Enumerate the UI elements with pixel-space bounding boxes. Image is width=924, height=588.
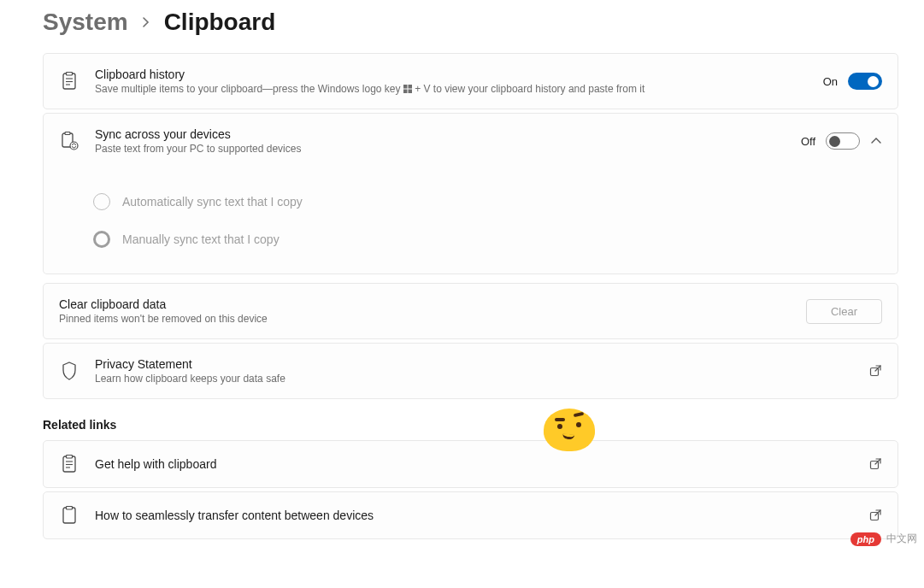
setting-description: Learn how clipboard keeps your data safe: [95, 373, 853, 385]
setting-row-sync-devices[interactable]: Sync across your devices Paste text from…: [43, 113, 898, 169]
sync-options-panel: Automatically sync text that I copy Manu…: [43, 168, 898, 274]
svg-rect-19: [63, 508, 75, 523]
setting-title: Clipboard history: [95, 68, 808, 81]
setting-description: Save multiple items to your clipboard—pr…: [95, 83, 808, 95]
link-label: How to seamlessly transfer content betwe…: [95, 509, 853, 522]
svg-rect-1: [67, 73, 73, 76]
radio-label: Manually sync text that I copy: [122, 232, 280, 246]
shield-icon: [59, 362, 79, 380]
setting-row-privacy-statement[interactable]: Privacy Statement Learn how clipboard ke…: [43, 343, 898, 399]
setting-description: Pinned items won't be removed on this de…: [59, 313, 791, 325]
chevron-up-icon: [870, 135, 882, 147]
radio-label: Automatically sync text that I copy: [122, 195, 303, 209]
watermark: php 中文网: [850, 532, 917, 546]
setting-title: Clear clipboard data: [59, 297, 791, 311]
external-link-icon: [868, 457, 882, 471]
radio-icon: [93, 193, 110, 210]
radio-auto-sync[interactable]: Automatically sync text that I copy: [93, 183, 882, 220]
related-link-transfer[interactable]: How to seamlessly transfer content betwe…: [43, 491, 898, 539]
clipboard-sync-icon: [59, 132, 79, 150]
external-link-icon: [868, 364, 882, 378]
link-label: Get help with clipboard: [95, 457, 853, 471]
related-links-heading: Related links: [0, 399, 924, 440]
svg-point-11: [70, 142, 78, 150]
clear-button[interactable]: Clear: [806, 299, 882, 324]
watermark-text: 中文网: [886, 532, 917, 546]
toggle-state-label: Off: [801, 135, 815, 148]
breadcrumb: System Clipboard: [0, 0, 924, 53]
watermark-badge: php: [850, 532, 881, 546]
chevron-right-icon: [142, 16, 150, 28]
external-link-icon: [868, 509, 882, 522]
setting-row-clipboard-history: Clipboard history Save multiple items to…: [43, 53, 898, 109]
related-link-help[interactable]: Get help with clipboard: [43, 440, 898, 488]
windows-logo-icon: [403, 85, 412, 93]
setting-title: Sync across your devices: [95, 127, 786, 141]
svg-rect-5: [403, 85, 408, 89]
svg-rect-10: [65, 132, 70, 135]
setting-description: Paste text from your PC to supported dev…: [95, 143, 786, 155]
svg-rect-14: [67, 456, 73, 459]
toggle-state-label: On: [823, 75, 838, 88]
radio-icon: [93, 231, 110, 248]
setting-row-clear-data: Clear clipboard data Pinned items won't …: [43, 283, 898, 339]
clipboard-list-icon: [59, 455, 79, 473]
breadcrumb-current: Clipboard: [164, 9, 276, 36]
breadcrumb-parent[interactable]: System: [43, 9, 128, 36]
svg-rect-7: [403, 90, 408, 94]
radio-manual-sync[interactable]: Manually sync text that I copy: [93, 220, 882, 258]
clipboard-icon: [59, 506, 79, 525]
svg-rect-20: [67, 507, 73, 510]
clipboard-list-icon: [59, 72, 79, 91]
clipboard-history-toggle[interactable]: [848, 73, 882, 90]
sync-devices-toggle[interactable]: [826, 132, 860, 150]
setting-title: Privacy Statement: [95, 357, 853, 371]
